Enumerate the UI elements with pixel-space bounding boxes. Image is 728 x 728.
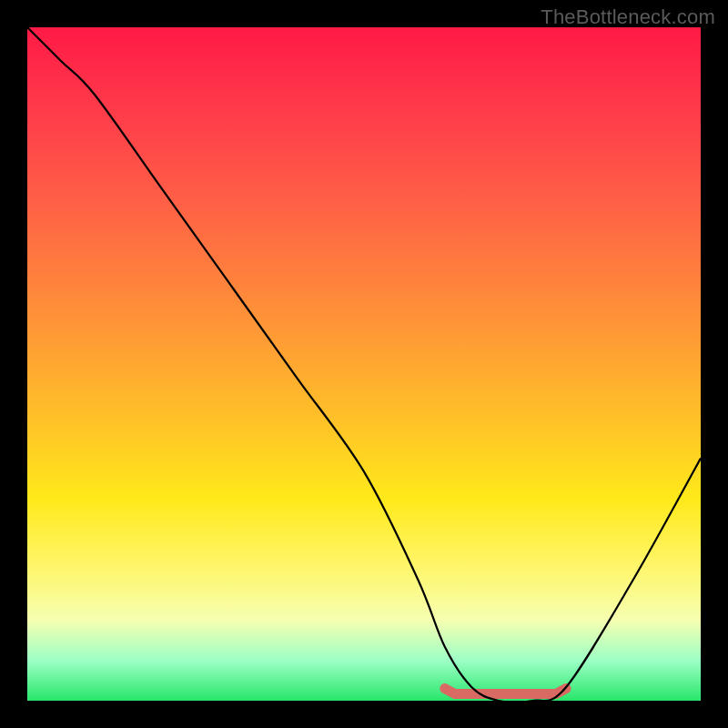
watermark-text: TheBottleneck.com: [541, 5, 715, 29]
chart-plot-area: [27, 27, 701, 701]
bottleneck-curve-line: [27, 27, 701, 701]
optimal-flat-region: [445, 689, 566, 694]
chart-svg: [27, 27, 701, 701]
